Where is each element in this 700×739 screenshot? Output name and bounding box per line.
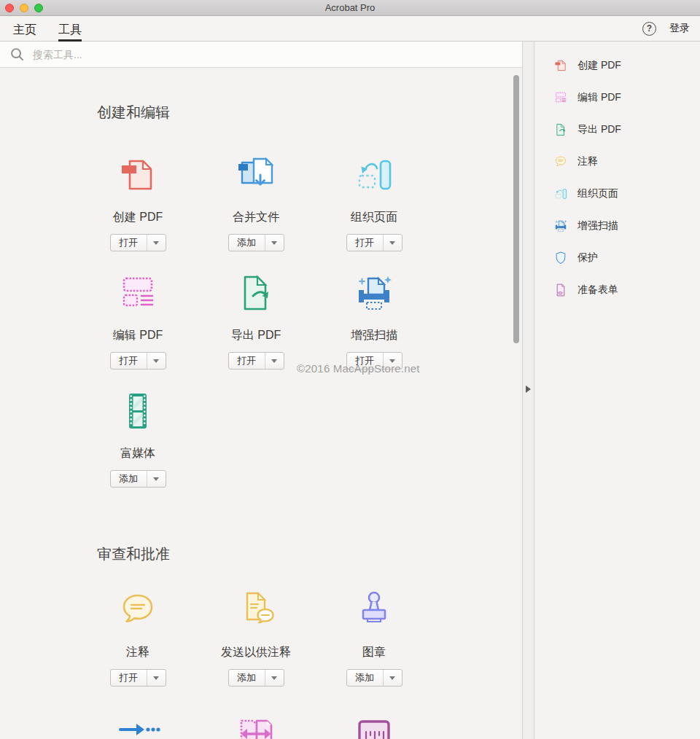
search-bar — [0, 42, 522, 68]
send-for-comments-icon — [233, 587, 279, 633]
create-pdf-icon — [114, 152, 161, 198]
search-icon — [10, 47, 24, 61]
tab-bar: 主页 工具 ? 登录 — [0, 16, 700, 42]
dropdown-arrow-button[interactable] — [265, 670, 284, 686]
tool-card-compare-files[interactable] — [197, 718, 315, 739]
tool-card-send-and-track[interactable] — [79, 718, 197, 739]
tool-label: 增强扫描 — [351, 327, 397, 343]
open-split-button: 打开 — [110, 234, 166, 251]
sidebar-item-create-pdf[interactable]: 创建 PDF — [534, 50, 700, 82]
open-button[interactable]: 打开 — [111, 353, 147, 369]
workspace: 创建和编辑 创建 PDF 打开 合并文件 添加 — [0, 42, 700, 739]
prepare-form-icon — [553, 282, 569, 298]
chevron-down-icon — [153, 241, 159, 245]
chevron-down-icon — [271, 359, 277, 363]
dropdown-arrow-button[interactable] — [147, 670, 166, 686]
add-button[interactable]: 添加 — [111, 471, 147, 487]
dropdown-arrow-button[interactable] — [265, 235, 284, 251]
tool-card-stamp[interactable]: 图章 添加 — [315, 587, 433, 687]
acrobat-window: Acrobat Pro 主页 工具 ? 登录 创建和编辑 创建 P — [0, 0, 700, 739]
create-pdf-icon — [553, 58, 569, 74]
minimize-window-button[interactable] — [20, 4, 28, 12]
add-button[interactable]: 添加 — [229, 235, 265, 251]
add-split-button: 添加 — [228, 234, 284, 251]
dropdown-arrow-button[interactable] — [147, 471, 166, 487]
tools-main-area: 创建和编辑 创建 PDF 打开 合并文件 添加 — [0, 42, 522, 739]
sidebar-item-export-pdf[interactable]: 导出 PDF — [534, 114, 700, 146]
section-title-create-edit: 创建和编辑 — [97, 102, 522, 122]
add-split-button: 添加 — [228, 669, 284, 687]
dropdown-arrow-button[interactable] — [147, 235, 166, 251]
open-button[interactable]: 打开 — [347, 235, 384, 251]
expand-arrow-icon — [526, 386, 531, 393]
open-button[interactable]: 打开 — [111, 235, 147, 251]
tool-card-organize-pages[interactable]: 组织页面 打开 — [315, 152, 433, 251]
open-split-button: 打开 — [110, 669, 166, 687]
zoom-window-button[interactable] — [34, 4, 43, 12]
window-title: Acrobat Pro — [0, 0, 700, 15]
help-icon[interactable]: ? — [642, 22, 656, 36]
edit-pdf-icon — [114, 270, 161, 316]
sign-in-button[interactable]: 登录 — [669, 22, 690, 35]
stamp-icon — [351, 587, 397, 633]
tool-label: 图章 — [362, 644, 386, 660]
window-controls — [5, 4, 43, 12]
tool-card-edit-pdf[interactable]: 编辑 PDF 打开 — [79, 270, 197, 370]
dropdown-arrow-button[interactable] — [147, 353, 166, 369]
tabbar-spacer — [82, 16, 642, 41]
sidebar-item-edit-pdf[interactable]: 编辑 PDF — [534, 82, 700, 114]
tool-card-combine-files[interactable]: 合并文件 添加 — [197, 152, 315, 251]
sidebar-item-label: 增强扫描 — [578, 219, 618, 232]
tool-card-measure[interactable] — [315, 718, 433, 739]
open-split-button: 打开 — [346, 234, 402, 251]
search-input[interactable] — [33, 49, 397, 60]
tool-label: 编辑 PDF — [113, 327, 163, 343]
tab-tools[interactable]: 工具 — [58, 16, 82, 42]
enhance-scans-icon — [351, 270, 397, 316]
panel-collapse-handle[interactable] — [522, 42, 534, 739]
tool-label: 合并文件 — [233, 209, 279, 225]
tool-label: 发送以供注释 — [221, 644, 291, 660]
dropdown-arrow-button[interactable] — [384, 235, 402, 251]
open-button[interactable]: 打开 — [229, 353, 265, 369]
rich-media-icon — [114, 388, 161, 434]
tool-label: 注释 — [126, 644, 149, 660]
tool-label: 导出 PDF — [231, 327, 281, 343]
edit-pdf-icon — [553, 90, 569, 106]
tool-card-send-for-comments[interactable]: 发送以供注释 添加 — [197, 587, 315, 687]
chevron-down-icon — [389, 241, 395, 245]
tools-grid-create-edit: 创建 PDF 打开 合并文件 添加 — [79, 152, 433, 506]
export-pdf-icon — [553, 122, 569, 138]
add-split-button: 添加 — [346, 669, 402, 687]
sidebar-item-enhance-scans[interactable]: 增强扫描 — [534, 210, 700, 242]
organize-pages-icon — [351, 152, 397, 198]
sidebar-item-organize-pages[interactable]: 组织页面 — [534, 178, 700, 210]
sidebar-item-protect[interactable]: 保护 — [534, 242, 700, 274]
chevron-down-icon — [153, 477, 159, 481]
chevron-down-icon — [271, 676, 277, 680]
chevron-down-icon — [389, 676, 395, 680]
tool-label: 创建 PDF — [113, 209, 163, 225]
sidebar-item-comment[interactable]: 注释 — [534, 146, 700, 178]
tool-card-export-pdf[interactable]: 导出 PDF 打开 — [197, 270, 315, 370]
quick-tools-panel: 创建 PDF 编辑 PDF 导出 PDF 注释 组织页面 增强扫描 — [534, 42, 700, 739]
tool-card-rich-media[interactable]: 富媒体 添加 — [79, 388, 197, 488]
send-and-track-icon — [114, 718, 161, 739]
export-pdf-icon — [233, 270, 279, 316]
organize-pages-icon — [553, 186, 569, 202]
chevron-down-icon — [153, 359, 159, 363]
watermark: ©2016 MacAppStore.net — [297, 362, 420, 375]
dropdown-arrow-button[interactable] — [265, 353, 284, 369]
tool-card-comment[interactable]: 注释 打开 — [79, 587, 197, 687]
add-button[interactable]: 添加 — [347, 670, 384, 686]
tab-home[interactable]: 主页 — [13, 16, 36, 42]
sidebar-item-label: 导出 PDF — [578, 123, 621, 136]
dropdown-arrow-button[interactable] — [384, 670, 402, 686]
add-button[interactable]: 添加 — [229, 670, 265, 686]
open-button[interactable]: 打开 — [111, 670, 147, 686]
tool-card-enhance-scans[interactable]: 增强扫描 打开 — [315, 270, 433, 370]
scrollbar-thumb[interactable] — [513, 75, 519, 343]
close-window-button[interactable] — [5, 4, 14, 12]
sidebar-item-prepare-form[interactable]: 准备表单 — [534, 274, 700, 306]
tool-card-create-pdf[interactable]: 创建 PDF 打开 — [79, 152, 197, 251]
